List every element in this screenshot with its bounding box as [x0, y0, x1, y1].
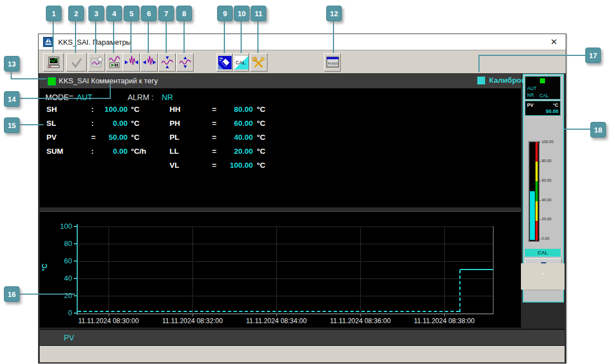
- raw-window-icon: RAW: [326, 56, 340, 69]
- scale-label: 0.00: [542, 237, 549, 240]
- x-tick: [444, 314, 445, 316]
- x-tick-label: 11.11.2024 08:30:00: [67, 317, 151, 325]
- callout-line-10: [241, 21, 242, 53]
- callout-8: 8: [176, 6, 192, 21]
- alarm-lamp-button[interactable]: [217, 53, 233, 72]
- scale-tick: [538, 219, 540, 220]
- gridline-h: [77, 261, 493, 262]
- faceplate-alarm: NR: [527, 92, 534, 98]
- callout-9: 9: [217, 6, 233, 21]
- snapshot-button[interactable]: [43, 53, 64, 72]
- callout-line-13: [11, 78, 46, 79]
- gridline-h: [77, 296, 493, 296]
- wave-arrows-vertical-in-icon: [160, 56, 175, 69]
- tag-header-row: KKS_SAI Комментарий к тегу Калибровка: [40, 74, 521, 88]
- faceplate-pv-unit: °C: [553, 102, 558, 108]
- callout-13: 13: [4, 56, 20, 72]
- callout-line-14: [19, 98, 111, 99]
- raw-data-button[interactable]: RAW: [324, 53, 341, 72]
- status-bar: [40, 346, 565, 362]
- tools-button[interactable]: [250, 53, 267, 72]
- accept-button[interactable]: [66, 53, 87, 72]
- param-value: 40.00: [216, 133, 253, 141]
- callout-10: 10: [234, 6, 250, 21]
- param-value: 100.00: [216, 161, 253, 169]
- wave-arrows-in-icon: [124, 56, 139, 69]
- scale-label: 20.00: [542, 217, 552, 221]
- gridline-v: [192, 226, 193, 313]
- callout-16: 16: [4, 286, 20, 302]
- trend-line-baseline: [78, 311, 459, 312]
- scale-label: 80.00: [542, 159, 552, 163]
- expand-scale-button[interactable]: [176, 53, 194, 72]
- y-tick-label: 20: [50, 291, 72, 300]
- x-tick-label: 11.11.2024 08:32:00: [151, 317, 234, 325]
- param-row-vl: VL = 100.00 °C: [40, 161, 521, 171]
- bar-zone-hh: [535, 142, 538, 162]
- faceplate-pv-box: PV °C 50.00: [525, 101, 561, 116]
- param-row-hh: HH = 80.00 °C: [40, 105, 521, 115]
- faceplate-cal-button[interactable]: CAL: [525, 249, 561, 257]
- param-value: 80.00: [216, 105, 253, 114]
- gridline-v: [109, 226, 109, 313]
- callout-line-16: [19, 294, 75, 295]
- callout-line-3: [95, 21, 96, 53]
- x-tick: [276, 314, 277, 316]
- scale-label: 40.00: [542, 198, 552, 202]
- callout-5: 5: [124, 6, 139, 21]
- bar-fill: [530, 191, 535, 240]
- compress-time-button[interactable]: [123, 53, 140, 72]
- flashlight-icon: [218, 56, 232, 69]
- callout-1: 1: [46, 6, 62, 21]
- faceplate-mode: AUT: [527, 86, 537, 91]
- bar-zone-ph: [535, 162, 538, 181]
- callout-line-4: [113, 21, 114, 53]
- callout-line-17: [478, 55, 585, 56]
- callout-12: 12: [326, 6, 342, 21]
- bar-zone-pl: [535, 201, 538, 221]
- trend-chart[interactable]: °C: [40, 211, 521, 328]
- svg-text:CAL: CAL: [236, 60, 246, 65]
- x-axis-line: [77, 314, 494, 314]
- mode-value: AUT: [77, 93, 92, 102]
- legend-item-pv[interactable]: PV: [64, 333, 74, 342]
- gridline-v: [444, 226, 445, 313]
- callout-4: 4: [106, 6, 122, 21]
- trend-legend-row: PV: [40, 329, 565, 346]
- param-row-ph: PH = 60.00 °C: [40, 119, 521, 129]
- y-tick: [74, 226, 77, 227]
- wave-arrows-out-icon: [142, 56, 157, 69]
- title-bar: KKS_SAI. Параметры ✕: [39, 34, 566, 50]
- param-unit: °C: [257, 119, 265, 127]
- callout-line-1: [53, 21, 54, 53]
- callout-line-14: [110, 83, 111, 99]
- calibration-button[interactable]: CAL: [233, 53, 249, 72]
- y-tick-label: 80: [50, 239, 72, 248]
- y-tick: [74, 243, 77, 244]
- param-unit: °C: [257, 133, 265, 141]
- x-tick: [192, 314, 193, 316]
- faceplate-bar-graph: [528, 141, 539, 242]
- tag-title: KKS_SAI Комментарий к тегу: [59, 77, 158, 85]
- callout-17: 17: [585, 48, 601, 63]
- mode-alarm-row: MODE= AUT ALRM : NR: [40, 93, 521, 103]
- expand-time-button[interactable]: [140, 53, 158, 72]
- export-image-button[interactable]: [88, 53, 105, 72]
- pause-trend-button[interactable]: [106, 53, 123, 72]
- param-value: 60.00: [216, 119, 253, 127]
- compress-scale-button[interactable]: [158, 53, 176, 72]
- cal-icon: CAL: [234, 56, 248, 69]
- x-tick-label: 11.11.2024 08:38:00: [402, 317, 486, 325]
- close-button[interactable]: ✕: [548, 36, 560, 48]
- scale-tick: [538, 200, 540, 201]
- scale-tick: [538, 142, 540, 143]
- faceplate-cal-flag: CAL: [539, 93, 549, 98]
- tools-icon: [252, 56, 266, 69]
- y-tick-label: 40: [50, 274, 72, 282]
- gridline-v: [360, 226, 361, 313]
- callout-14: 14: [4, 91, 20, 107]
- faceplate-pv-value: 50.00: [546, 108, 558, 114]
- callout-line-7: [166, 21, 167, 53]
- gridline-h: [77, 278, 493, 279]
- plot-right-border: [493, 226, 494, 314]
